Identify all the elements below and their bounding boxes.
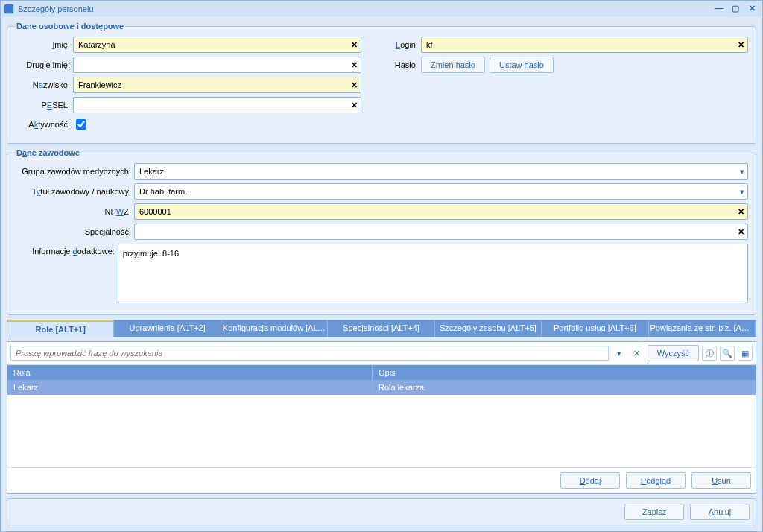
tab-panel: ▾ ✕ Wyczyść ⓘ 🔍 ▦ Rola Opis Lekarz Rola …: [7, 341, 756, 494]
aktywnosc-checkbox[interactable]: [76, 119, 86, 130]
professional-legend: Dane zawodowe: [15, 148, 81, 157]
pesel-label: PESEL:: [15, 101, 73, 110]
spec-input[interactable]: [135, 224, 734, 239]
imie-input[interactable]: [74, 37, 347, 52]
login-input[interactable]: [422, 37, 734, 52]
personal-access-fieldset: Dane osobowe i dostępowe Imię: ✕ Drugie …: [7, 22, 756, 144]
personnel-details-window: Szczegóły personelu — ▢ ✕ Dane osobowe i…: [0, 0, 763, 532]
maximize-icon[interactable]: ▢: [728, 4, 743, 14]
npwz-input[interactable]: [135, 204, 734, 219]
save-button[interactable]: Zapisz: [624, 504, 684, 520]
change-password-button[interactable]: Zmień hasło: [421, 57, 485, 73]
spec-label: Specjalność:: [15, 227, 134, 236]
pesel-field[interactable]: ✕: [73, 97, 361, 113]
nazwisko-label: Nazwisko:: [15, 80, 73, 89]
window-title: Szczegóły personelu: [18, 4, 94, 13]
cell-opis: Rola lekarza.: [373, 380, 756, 395]
professional-fieldset: Dane zawodowe Grupa zawodów medycznych: …: [7, 148, 756, 315]
tab-uprawnienia[interactable]: Uprawnienia [ALT+2]: [114, 320, 221, 337]
cancel-button[interactable]: Anuluj: [690, 504, 750, 520]
clear-icon[interactable]: ✕: [734, 227, 747, 237]
searchbar: ▾ ✕ Wyczyść ⓘ 🔍 ▦: [7, 342, 756, 365]
spec-field[interactable]: ✕: [134, 224, 748, 240]
imie-label: Imię:: [15, 40, 73, 49]
npwz-label: NPWZ:: [15, 207, 134, 216]
col-opis[interactable]: Opis: [373, 365, 756, 380]
roles-grid: Rola Opis Lekarz Rola lekarza.: [7, 365, 756, 467]
info-label: Informacje dodatkowe:: [15, 244, 118, 256]
grid-empty: [7, 395, 756, 467]
tab-szczegoly[interactable]: Szczegóły zasobu [ALT+5]: [435, 320, 542, 337]
haslo-label: Hasło:: [384, 60, 421, 69]
clear-icon[interactable]: ✕: [347, 101, 361, 110]
nazwisko-input[interactable]: [74, 77, 347, 92]
imie-field[interactable]: ✕: [73, 37, 361, 53]
pesel-input[interactable]: [74, 98, 347, 113]
grid-header: Rola Opis: [7, 365, 756, 380]
drugie-field[interactable]: ✕: [73, 57, 361, 73]
info-icon[interactable]: ⓘ: [702, 346, 717, 361]
tab-role[interactable]: Role [ALT+1]: [7, 320, 114, 337]
tabstrip: Role [ALT+1] Uprawnienia [ALT+2] Konfigu…: [7, 320, 756, 337]
grupa-select[interactable]: Lekarz ▾: [134, 163, 748, 180]
personal-legend: Dane osobowe i dostępowe: [15, 22, 125, 31]
grupa-value: Lekarz: [135, 167, 737, 176]
preview-button[interactable]: Podgląd: [626, 472, 686, 489]
footer-buttonbar: Zapisz Anuluj: [7, 498, 756, 525]
aktywnosc-label: Aktywność:: [15, 120, 73, 129]
tytul-value: Dr hab. farm.: [135, 187, 737, 196]
clear-icon[interactable]: ✕: [347, 80, 361, 90]
tab-powiazania[interactable]: Powiązania ze str. biz. [ALT+7]: [649, 320, 756, 337]
login-label: Login:: [384, 40, 421, 49]
clear-button[interactable]: Wyczyść: [648, 345, 699, 361]
grid-buttonbar: Dodaj Podgląd Usuń: [7, 467, 756, 493]
drugie-label: Drugie imię:: [15, 60, 73, 69]
delete-button[interactable]: Usuń: [691, 472, 751, 489]
search-input[interactable]: [10, 346, 609, 361]
minimize-icon[interactable]: —: [712, 4, 726, 14]
npwz-field[interactable]: ✕: [134, 203, 748, 220]
add-button[interactable]: Dodaj: [560, 472, 620, 489]
set-password-button[interactable]: Ustaw hasło: [490, 57, 554, 73]
search-icon[interactable]: 🔍: [720, 346, 735, 361]
clear-icon[interactable]: ✕: [734, 40, 747, 50]
clear-icon[interactable]: ✕: [347, 40, 361, 50]
app-icon: [4, 4, 14, 14]
login-field[interactable]: ✕: [421, 37, 748, 53]
chevron-down-icon[interactable]: ▾: [737, 187, 747, 197]
info-textarea[interactable]: przyjmuje 8-16: [118, 244, 748, 303]
tytul-select[interactable]: Dr hab. farm. ▾: [134, 183, 748, 200]
drugie-input[interactable]: [74, 57, 347, 72]
clear-icon[interactable]: ✕: [734, 207, 747, 217]
clear-search-icon[interactable]: ✕: [630, 346, 645, 361]
tytul-label: Tytuł zawodowy / naukowy:: [15, 187, 134, 196]
col-rola[interactable]: Rola: [7, 365, 373, 380]
dropdown-toggle-icon[interactable]: ▾: [612, 346, 627, 361]
chevron-down-icon[interactable]: ▾: [737, 167, 747, 177]
tab-konfiguracja[interactable]: Konfiguracja modułów [ALT+3]: [221, 320, 328, 337]
grupa-label: Grupa zawodów medycznych:: [15, 167, 134, 176]
cell-rola: Lekarz: [7, 380, 373, 395]
grid-icon[interactable]: ▦: [738, 346, 753, 361]
titlebar: Szczegóły personelu — ▢ ✕: [1, 1, 762, 17]
clear-icon[interactable]: ✕: [347, 60, 361, 70]
tab-specjalnosci[interactable]: Specjalności [ALT+4]: [328, 320, 434, 337]
table-row[interactable]: Lekarz Rola lekarza.: [7, 380, 756, 395]
nazwisko-field[interactable]: ✕: [73, 77, 361, 93]
svg-rect-0: [4, 4, 13, 13]
close-icon[interactable]: ✕: [744, 4, 759, 14]
tab-portfolio[interactable]: Portfolio usług [ALT+6]: [542, 320, 648, 337]
